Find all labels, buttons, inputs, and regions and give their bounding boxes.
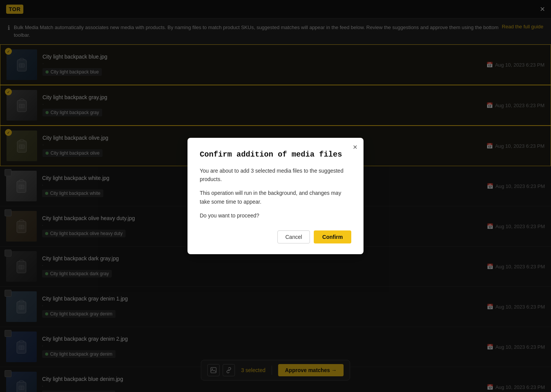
modal-body: You are about to add 3 selected media fi… [200, 167, 351, 220]
cancel-button[interactable]: Cancel [277, 230, 310, 243]
modal-actions: Cancel Confirm [200, 230, 351, 243]
confirm-modal: × Confirm addition of media files You ar… [187, 138, 364, 255]
modal-body-line3: Do you want to proceed? [200, 211, 351, 220]
modal-body-line2: This operation will run in the backgroun… [200, 189, 351, 206]
modal-overlay: × Confirm addition of media files You ar… [0, 0, 551, 392]
modal-body-line1: You are about to add 3 selected media fi… [200, 167, 351, 184]
modal-close-button[interactable]: × [353, 143, 357, 151]
modal-title: Confirm addition of media files [200, 150, 351, 159]
confirm-button[interactable]: Confirm [314, 230, 351, 243]
